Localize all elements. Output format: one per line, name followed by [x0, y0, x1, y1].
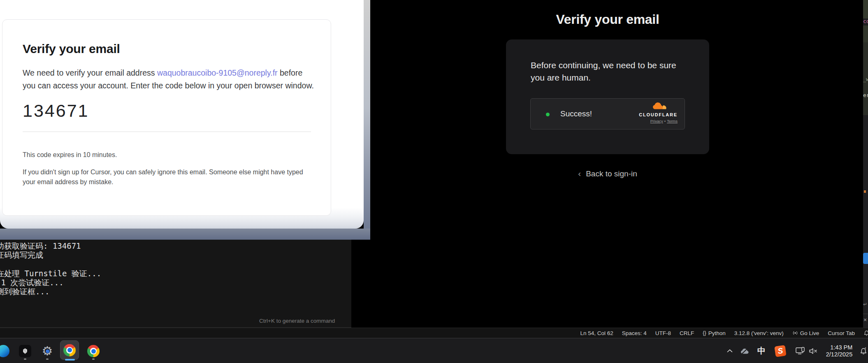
blue-button-sliver[interactable]: [863, 253, 868, 264]
taskbar-app-edge[interactable]: [0, 342, 13, 361]
chevron-left-icon: ‹: [578, 169, 581, 178]
active-app-indicator: [65, 359, 75, 361]
taskbar-app-dark-3d[interactable]: [16, 342, 35, 361]
code-fragment: co: [863, 18, 868, 24]
turnstile-links: Privacy•Terms: [636, 119, 678, 123]
bell-dnd-icon: z: [859, 347, 868, 355]
terminal-line: [0, 260, 351, 269]
privacy-link[interactable]: Privacy: [650, 119, 663, 123]
chrome-icon: [87, 345, 100, 357]
ime-chinese-icon: 中: [757, 345, 766, 356]
human-check-text: Before continuing, we need to be sure yo…: [531, 59, 687, 84]
auth-card: Before continuing, we need to be sure yo…: [506, 39, 709, 154]
clock-date: 2/12/2025: [826, 351, 853, 358]
auth-panel: Verify your email Before continuing, we …: [506, 0, 709, 178]
status-encoding[interactable]: UTF-8: [655, 330, 671, 336]
terminal-line: 功获取验证码: 134671: [0, 241, 351, 250]
taskbar: ⚙ 中 S: [0, 338, 868, 363]
terminal-output: 功获取验证码: 134671 证码填写完成 在处理 Turnstile 验证..…: [0, 241, 351, 296]
tray-volume-muted[interactable]: [807, 338, 819, 363]
snipaste-icon: S: [774, 345, 786, 357]
panel-divider: [863, 314, 868, 314]
cloud-paused-icon: [740, 347, 750, 355]
email-window-right-frame: [364, 0, 370, 240]
clock-time: 1:43 PM: [826, 344, 853, 351]
status-cursor-position[interactable]: Ln 54, Col 62: [580, 330, 613, 336]
code-fragment: _w: [863, 76, 868, 82]
running-indicator-dot: [92, 358, 95, 360]
terminal-line: 证码填写完成: [0, 250, 351, 259]
gear-icon: ⚙: [41, 345, 54, 358]
editor-highlight-block: [863, 0, 868, 18]
email-address-link[interactable]: waquobraucoibo-9105@noreply.fr: [157, 68, 278, 77]
dark-3d-app-icon: [19, 345, 31, 357]
close-icon[interactable]: ×: [863, 317, 867, 323]
edge-icon: [0, 345, 9, 357]
terminal-line: 在处理 Turnstile 验证...: [0, 269, 351, 278]
svg-text:z: z: [865, 347, 866, 349]
editor-edge-sliver: co _w er ↵ ×: [863, 0, 868, 328]
tray-clock[interactable]: 1:43 PM 2/12/2025: [822, 338, 856, 363]
status-indentation[interactable]: Spaces: 4: [622, 330, 647, 336]
status-interpreter[interactable]: 3.12.8 ('venv': venv): [734, 330, 784, 336]
success-status-dot: [546, 113, 550, 116]
email-body-before: We need to verify your email address: [23, 68, 157, 77]
cast-display-icon: [796, 347, 805, 355]
enter-key-icon: ↵: [863, 301, 867, 307]
verification-code: 134671: [23, 101, 311, 120]
tray-cast-display[interactable]: [794, 338, 807, 363]
running-indicator-dot: [24, 358, 26, 360]
status-eol[interactable]: CRLF: [680, 330, 694, 336]
chrome-icon: [63, 344, 76, 356]
back-to-signin-label: Back to sign-in: [586, 169, 637, 178]
desktop-screen: Verify your email We need to verify your…: [0, 0, 868, 363]
cloudflare-turnstile-widget[interactable]: Success! CLOUDFLARE Privacy•Terms: [530, 98, 685, 129]
cloudflare-cloud-icon: [650, 102, 668, 112]
back-to-signin-link[interactable]: ‹Back to sign-in: [506, 169, 709, 178]
broadcast-icon: [792, 330, 798, 336]
terms-link[interactable]: Terms: [667, 119, 678, 123]
status-language[interactable]: {}Python: [703, 330, 725, 336]
ctrl-k-hint: Ctrl+K to generate a command: [259, 318, 335, 324]
email-body-text: We need to verify your email address waq…: [23, 67, 317, 92]
tray-snipaste[interactable]: S: [774, 338, 787, 363]
taskbar-app-settings[interactable]: ⚙: [38, 342, 57, 361]
status-cursor-tab[interactable]: Cursor Tab: [828, 330, 855, 336]
status-bell-icon[interactable]: [863, 330, 868, 336]
email-preview-window: Verify your email We need to verify your…: [0, 0, 370, 240]
turnstile-status-text: Success!: [560, 109, 592, 118]
code-expiry-note: This code expires in 10 minutes.: [23, 151, 311, 159]
terminal-line: 1 次尝试验证...: [0, 278, 351, 287]
taskbar-app-chrome-2[interactable]: [84, 342, 103, 361]
links-separator: •: [664, 119, 666, 123]
email-divider: [23, 132, 311, 132]
email-window-bottom-band: [0, 229, 370, 240]
code-mark: [864, 190, 866, 193]
chevron-up-icon: [727, 349, 733, 353]
auth-page-title: Verify your email: [506, 12, 709, 27]
tray-notification-bell[interactable]: z: [858, 338, 868, 363]
email-card: Verify your email We need to verify your…: [2, 19, 331, 216]
cloudflare-wordmark: CLOUDFLARE: [636, 112, 678, 117]
editor-highlight-block: [863, 25, 868, 42]
tray-chevron-up[interactable]: [725, 338, 735, 363]
volume-muted-icon: [809, 348, 818, 354]
status-go-live[interactable]: Go Live: [792, 330, 819, 336]
running-indicator-dot: [46, 358, 49, 360]
status-bar: Ln 54, Col 62 Spaces: 4 UTF-8 CRLF {}Pyt…: [0, 328, 868, 338]
email-footer-note: If you didn't sign up for Cursor, you ca…: [23, 167, 311, 187]
code-fragment: er: [863, 92, 868, 98]
tray-ime-indicator[interactable]: 中: [755, 338, 768, 363]
email-title: Verify your email: [23, 41, 311, 57]
cloudflare-brand-block: CLOUDFLARE Privacy•Terms: [636, 102, 678, 123]
braces-icon: {}: [703, 330, 706, 336]
terminal-line: 测到验证框...: [0, 287, 351, 296]
terminal-panel[interactable]: 功获取验证码: 134671 证码填写完成 在处理 Turnstile 验证..…: [0, 240, 351, 328]
taskbar-app-chrome-active[interactable]: [60, 340, 79, 360]
tray-cloud-paused[interactable]: [739, 338, 751, 363]
